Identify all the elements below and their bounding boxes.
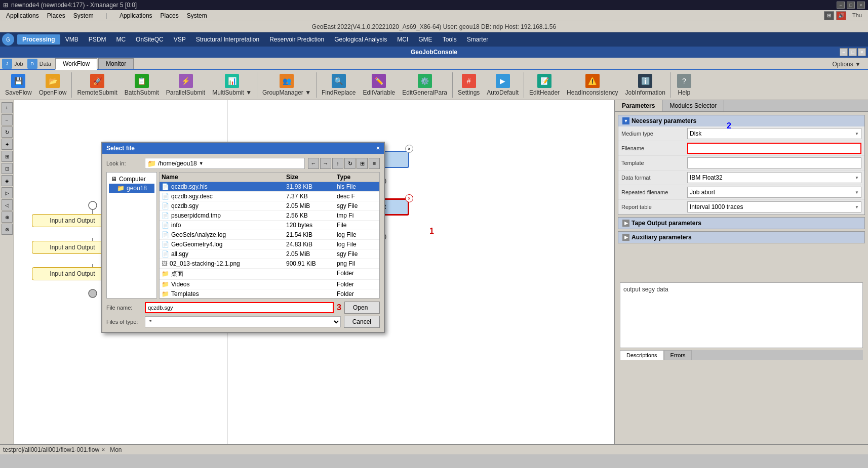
file-item-8[interactable]: 🖼02_013-stacking-12.1.png 900.91 KiB png… — [160, 259, 379, 269]
look-in-row: Look in: 📁 /home/geou18 ▼ ← → ↑ ↻ ⊞ ≡ — [106, 158, 380, 169]
files-of-type-row: Files of type: * Cancel — [106, 316, 380, 328]
look-in-path[interactable]: 📁 /home/geou18 ▼ — [145, 158, 305, 169]
file-icon-3: 📄 — [162, 212, 169, 219]
nav-refresh-button[interactable]: ↻ — [344, 158, 356, 169]
cancel-button[interactable]: Cancel — [344, 316, 380, 328]
number-label-3: 3 — [337, 303, 341, 312]
dialog-close-button[interactable]: × — [376, 145, 380, 152]
file-icon-2: 📄 — [162, 202, 169, 209]
file-icon-1: 📄 — [162, 193, 169, 200]
files-of-type-select[interactable]: * — [145, 316, 341, 327]
file-item-7[interactable]: 📄all.sgy 2.05 MiB sgy File — [160, 249, 379, 259]
file-list-header: Name Size Type — [160, 173, 379, 182]
folder-icon-11: 📁 — [162, 290, 169, 297]
file-item-6[interactable]: 📄GeoGeometry4.log 24.83 KiB log File — [160, 240, 379, 249]
nav-view1-button[interactable]: ⊞ — [357, 158, 368, 169]
nav-back-button[interactable]: ← — [308, 158, 319, 169]
file-icon-8: 🖼 — [162, 260, 168, 267]
file-item-9[interactable]: 📁桌面 Folder — [160, 269, 379, 280]
col-name-header: Name — [162, 174, 286, 181]
folder-icon-10: 📁 — [162, 281, 169, 288]
file-item-1[interactable]: 📄qczdb.sgy.desc 7.37 KB desc F — [160, 192, 379, 201]
lookin-dropdown-icon[interactable]: ▼ — [199, 161, 204, 166]
dialog-overlay: Select file × Look in: 📁 /home/geou18 ▼ … — [0, 0, 868, 468]
dialog-main-area: 🖥 Computer 📁 geou18 Name Size Type — [106, 172, 380, 299]
file-item-5[interactable]: 📄GeoSeisAnalyze.log 21.54 KiB log File — [160, 230, 379, 240]
dialog-nav-buttons: ← → ↑ ↻ ⊞ ≡ — [308, 158, 380, 169]
file-item-2[interactable]: 📄qczdb.sgy 2.05 MiB sgy File — [160, 201, 379, 211]
file-item-3[interactable]: 📄psuserpidcmd.tmp 2.56 KB tmp Fi — [160, 211, 379, 221]
filename-dialog-input[interactable] — [145, 302, 334, 313]
dialog-body: Look in: 📁 /home/geou18 ▼ ← → ↑ ↻ ⊞ ≡ — [102, 154, 384, 332]
files-of-type-label: Files of type: — [106, 319, 142, 325]
dialog-tree: 🖥 Computer 📁 geou18 — [106, 172, 157, 299]
file-item-11[interactable]: 📁Templates Folder — [160, 289, 379, 299]
file-dialog: Select file × Look in: 📁 /home/geou18 ▼ … — [101, 142, 385, 333]
look-in-label: Look in: — [106, 160, 142, 166]
file-item-0[interactable]: 📄qczdb.sgy.his 31.93 KiB his File — [160, 182, 379, 192]
open-button[interactable]: Open — [344, 302, 380, 314]
file-icon-5: 📄 — [162, 231, 169, 238]
tree-item-computer[interactable]: 🖥 Computer — [109, 175, 154, 184]
dialog-title-bar: Select file × — [102, 143, 384, 154]
file-item-10[interactable]: 📁Videos Folder — [160, 280, 379, 289]
filename-dialog-label: File name: — [106, 305, 142, 311]
computer-icon: 🖥 — [111, 176, 117, 183]
col-size-header: Size — [286, 174, 337, 181]
col-type-header: Type — [337, 174, 377, 181]
tree-item-geou18[interactable]: 📁 geou18 — [109, 184, 154, 193]
file-icon-4: 📄 — [162, 222, 169, 229]
dialog-title-text: Select file — [106, 145, 135, 152]
nav-up-button[interactable]: ↑ — [332, 158, 343, 169]
dialog-file-list[interactable]: Name Size Type 📄qczdb.sgy.his 31.93 KiB … — [159, 172, 380, 299]
dialog-filename-row: File name: 3 Open — [106, 302, 380, 314]
file-icon-0: 📄 — [162, 183, 169, 190]
file-icon-6: 📄 — [162, 241, 169, 248]
folder-icon-9: 📁 — [162, 270, 169, 277]
folder-tree-icon: 📁 — [117, 185, 125, 192]
file-icon-7: 📄 — [162, 250, 169, 258]
file-item-4[interactable]: 📄info 120 bytes File — [160, 221, 379, 230]
nav-forward-button[interactable]: → — [320, 158, 331, 169]
nav-view2-button[interactable]: ≡ — [369, 158, 380, 169]
folder-icon-lookin: 📁 — [147, 159, 156, 167]
